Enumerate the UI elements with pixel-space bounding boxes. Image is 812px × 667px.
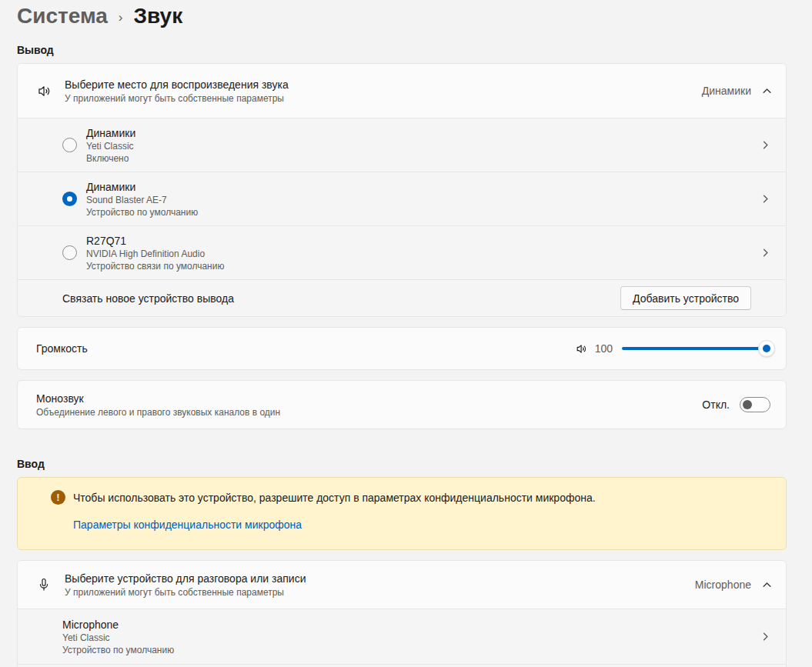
volume-card: Громкость 100 [17,327,787,370]
radio-selected-icon[interactable] [62,192,77,206]
device-name: Динамики [86,180,760,194]
volume-slider[interactable] [622,340,767,357]
breadcrumb-chevron-icon: › [119,8,123,25]
volume-speaker-icon[interactable] [575,342,588,355]
chevron-right-icon[interactable] [760,248,770,258]
device-name: R27Q71 [86,234,760,248]
volume-slider-track[interactable] [622,347,767,350]
chevron-right-icon[interactable] [760,140,770,150]
device-detail: Yeti Classic [86,140,760,152]
input-selected-device-value: Microphone [695,579,751,591]
volume-label: Громкость [36,341,575,356]
output-device-card: Выберите место для воспроизведения звука… [17,63,787,317]
output-device-option-r27q71[interactable]: R27Q71 NVIDIA High Definition Audio Устр… [18,225,786,279]
input-picker-subtitle: У приложений могут быть собственные пара… [65,586,695,599]
output-section-heading: Вывод [17,44,787,56]
breadcrumb: Система › Звук [17,0,787,31]
device-status: Включено [86,152,760,165]
output-device-option-yeti[interactable]: Динамики Yeti Classic Включено [18,118,786,172]
radio-unselected-icon[interactable] [62,138,77,152]
device-detail: NVIDIA High Definition Audio [86,248,760,260]
pair-input-device-row [18,664,786,667]
mono-toggle-state-label: Откл. [702,399,730,411]
microphone-privacy-settings-link[interactable]: Параметры конфиденциальности микрофона [73,519,302,531]
device-status: Устройство по умолчанию [62,644,760,656]
chevron-right-icon[interactable] [760,194,770,204]
output-picker-subtitle: У приложений могут быть собственные пара… [65,92,702,105]
breadcrumb-system-link[interactable]: Система [17,4,108,28]
input-picker-title: Выберите устройство для разговора или за… [65,571,695,586]
toggle-knob [743,400,752,409]
output-device-option-soundblaster[interactable]: Динамики Sound Blaster AE-7 Устройство п… [18,172,786,225]
output-selected-device-value: Динамики [702,85,751,97]
device-name: Microphone [62,618,760,632]
input-device-option-microphone[interactable]: Microphone Yeti Classic Устройство по ум… [18,609,786,664]
device-status: Устройство по умолчанию [86,206,760,218]
volume-value: 100 [595,342,613,355]
mono-title: Монозвук [36,391,702,406]
input-device-card: Выберите устройство для разговора или за… [17,560,787,667]
mono-toggle[interactable] [740,397,770,412]
speaker-icon [35,83,52,99]
chevron-right-icon[interactable] [760,632,770,642]
mono-subtitle: Объединение левого и правого звуковых ка… [36,406,702,419]
pair-output-device-row: Связать новое устройство вывода Добавить… [18,279,786,316]
device-detail: Sound Blaster AE-7 [86,194,760,206]
pair-output-device-label: Связать новое устройство вывода [62,292,620,305]
device-detail: Yeti Classic [62,632,760,644]
volume-slider-thumb[interactable] [758,340,775,357]
input-section-heading: Ввод [17,458,787,470]
sound-settings-page: Система › Звук Вывод Выберите место для … [0,0,812,667]
chevron-up-icon[interactable] [762,86,772,96]
chevron-up-icon[interactable] [762,580,772,590]
device-name: Динамики [86,126,760,140]
add-device-button[interactable]: Добавить устройство [620,286,751,310]
input-device-expander-header[interactable]: Выберите устройство для разговора или за… [18,561,786,609]
device-status: Устройство связи по умолчанию [86,260,760,272]
warning-icon: ! [51,490,65,505]
output-device-expander-header[interactable]: Выберите место для воспроизведения звука… [18,64,786,118]
microphone-icon [35,577,52,592]
output-picker-title: Выберите место для воспроизведения звука [65,77,702,92]
radio-unselected-icon[interactable] [62,245,77,260]
warning-message: Чтобы использовать это устройство, разре… [73,490,596,505]
page-title: Звук [134,4,183,28]
mono-audio-card: Монозвук Объединение левого и правого зв… [17,380,787,429]
microphone-privacy-warning-banner: ! Чтобы использовать это устройство, раз… [17,477,787,550]
